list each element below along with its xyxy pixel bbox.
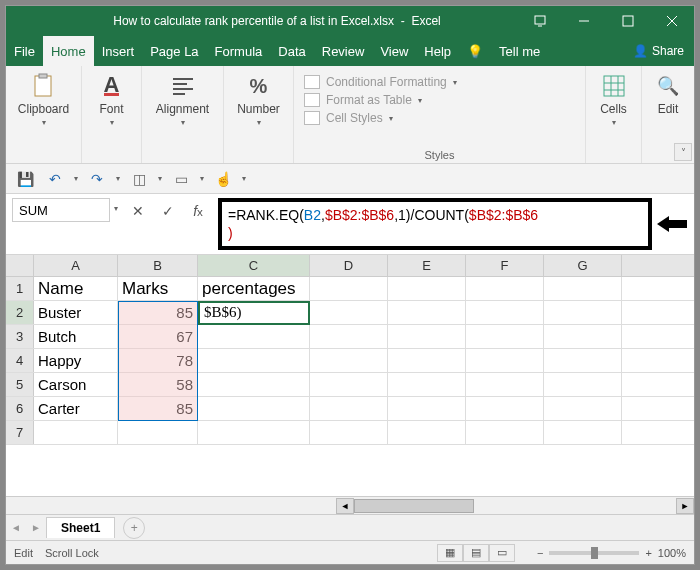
col-header-B[interactable]: B xyxy=(118,255,198,276)
col-header-E[interactable]: E xyxy=(388,255,466,276)
qat-icon-2[interactable]: ▭ xyxy=(170,168,192,190)
collapse-ribbon-icon[interactable]: ˅ xyxy=(674,143,692,161)
cell[interactable]: Butch xyxy=(34,325,118,348)
view-page-break-icon[interactable]: ▭ xyxy=(489,544,515,562)
col-header-F[interactable]: F xyxy=(466,255,544,276)
spreadsheet-grid[interactable]: A B C D E F G 1 Name Marks percentages 2… xyxy=(6,255,694,514)
ribbon-display-icon[interactable] xyxy=(518,6,562,36)
sheet-nav-prev-icon[interactable]: ◄ xyxy=(6,522,26,533)
row-header[interactable]: 2 xyxy=(6,301,34,324)
touch-mode-icon[interactable]: ☝ xyxy=(212,168,234,190)
cell-styles-button[interactable]: Cell Styles ▾ xyxy=(304,110,575,126)
scroll-right-icon[interactable]: ► xyxy=(676,498,694,514)
minimize-icon[interactable] xyxy=(562,6,606,36)
tellme-bulb-icon[interactable]: 💡 xyxy=(459,36,491,66)
qat-icon-1[interactable]: ◫ xyxy=(128,168,150,190)
cell[interactable]: Buster xyxy=(34,301,118,324)
table-row: 3 Butch 67 xyxy=(6,325,694,349)
font-icon: A xyxy=(98,72,126,100)
close-icon[interactable] xyxy=(650,6,694,36)
cell[interactable]: Name xyxy=(34,277,118,300)
fx-icon[interactable]: fx xyxy=(186,200,210,222)
cell[interactable]: 85 xyxy=(118,397,198,420)
redo-icon[interactable]: ↷ xyxy=(86,168,108,190)
row-header[interactable]: 5 xyxy=(6,373,34,396)
share-button[interactable]: 👤 Share xyxy=(623,36,694,66)
row-header[interactable]: 3 xyxy=(6,325,34,348)
name-box[interactable]: SUM xyxy=(12,198,110,222)
number-button[interactable]: % Number▾ xyxy=(230,70,287,129)
undo-drop-icon[interactable]: ▾ xyxy=(74,174,78,183)
ribbon-tabs: File Home Insert Page La Formula Data Re… xyxy=(6,36,694,66)
scroll-thumb[interactable] xyxy=(354,499,474,513)
cells-button[interactable]: Cells▾ xyxy=(592,70,635,129)
cell[interactable]: 85 xyxy=(118,301,198,324)
tab-help[interactable]: Help xyxy=(416,36,459,66)
enter-formula-icon[interactable]: ✓ xyxy=(156,200,180,222)
zoom-out-icon[interactable]: − xyxy=(537,547,543,559)
cell[interactable]: Happy xyxy=(34,349,118,372)
tab-view[interactable]: View xyxy=(372,36,416,66)
row-header[interactable]: 4 xyxy=(6,349,34,372)
cell[interactable]: 58 xyxy=(118,373,198,396)
zoom-in-icon[interactable]: + xyxy=(645,547,651,559)
row-header[interactable]: 7 xyxy=(6,421,34,444)
font-button[interactable]: A Font▾ xyxy=(88,70,135,129)
share-icon: 👤 xyxy=(633,44,648,58)
tab-page-layout[interactable]: Page La xyxy=(142,36,206,66)
formula-input[interactable]: =RANK.EQ(B2,$B$2:$B$6,1)/COUNT($B$2:$B$6… xyxy=(218,198,652,250)
view-normal-icon[interactable]: ▦ xyxy=(437,544,463,562)
tab-insert[interactable]: Insert xyxy=(94,36,143,66)
editing-button[interactable]: 🔍 Edit xyxy=(648,70,688,118)
col-header-A[interactable]: A xyxy=(34,255,118,276)
cell-styles-icon xyxy=(304,111,320,125)
clipboard-button[interactable]: Clipboard▾ xyxy=(12,70,75,129)
cond-format-icon xyxy=(304,75,320,89)
number-icon: % xyxy=(245,72,273,100)
maximize-icon[interactable] xyxy=(606,6,650,36)
cell[interactable]: Carson xyxy=(34,373,118,396)
excel-window: How to calculate rank percentile of a li… xyxy=(5,5,695,565)
alignment-button[interactable]: Alignment▾ xyxy=(148,70,217,129)
save-icon[interactable]: 💾 xyxy=(14,168,36,190)
view-page-layout-icon[interactable]: ▤ xyxy=(463,544,489,562)
select-all-corner[interactable] xyxy=(6,255,34,276)
cell[interactable]: Marks xyxy=(118,277,198,300)
col-header-C[interactable]: C xyxy=(198,255,310,276)
col-header-D[interactable]: D xyxy=(310,255,388,276)
tab-home[interactable]: Home xyxy=(43,36,94,66)
row-header[interactable]: 6 xyxy=(6,397,34,420)
ribbon: Clipboard▾ A Font▾ Alignment▾ % Number▾ xyxy=(6,66,694,164)
zoom-value[interactable]: 100% xyxy=(658,547,686,559)
add-sheet-icon[interactable]: + xyxy=(123,517,145,539)
redo-drop-icon[interactable]: ▾ xyxy=(116,174,120,183)
tellme[interactable]: Tell me xyxy=(491,36,548,66)
format-as-table-button[interactable]: Format as Table ▾ xyxy=(304,92,575,108)
horizontal-scrollbar[interactable]: ◄ ► xyxy=(6,496,694,514)
scroll-left-icon[interactable]: ◄ xyxy=(336,498,354,514)
col-header-G[interactable]: G xyxy=(544,255,622,276)
sheet-tab[interactable]: Sheet1 xyxy=(46,517,115,538)
zoom-control[interactable]: − + 100% xyxy=(537,547,686,559)
cancel-formula-icon[interactable]: ✕ xyxy=(126,200,150,222)
cell[interactable]: 78 xyxy=(118,349,198,372)
table-row: 5 Carson 58 xyxy=(6,373,694,397)
sheet-nav-next-icon[interactable]: ► xyxy=(26,522,46,533)
tab-review[interactable]: Review xyxy=(314,36,373,66)
quick-access-toolbar: 💾 ↶ ▾ ↷ ▾ ◫ ▾ ▭ ▾ ☝ ▾ xyxy=(6,164,694,194)
cell[interactable]: percentages xyxy=(198,277,310,300)
svg-marker-17 xyxy=(657,216,687,232)
cell[interactable]: 67 xyxy=(118,325,198,348)
zoom-slider[interactable] xyxy=(549,551,639,555)
tab-formulas[interactable]: Formula xyxy=(207,36,271,66)
svg-rect-3 xyxy=(623,16,633,26)
cell[interactable]: Carter xyxy=(34,397,118,420)
row-header[interactable]: 1 xyxy=(6,277,34,300)
svg-rect-6 xyxy=(35,76,51,96)
tab-data[interactable]: Data xyxy=(270,36,313,66)
tab-file[interactable]: File xyxy=(6,36,43,66)
cell[interactable] xyxy=(198,301,310,324)
name-box-drop-icon[interactable]: ▾ xyxy=(114,198,118,213)
undo-icon[interactable]: ↶ xyxy=(44,168,66,190)
conditional-formatting-button[interactable]: Conditional Formatting ▾ xyxy=(304,74,575,90)
